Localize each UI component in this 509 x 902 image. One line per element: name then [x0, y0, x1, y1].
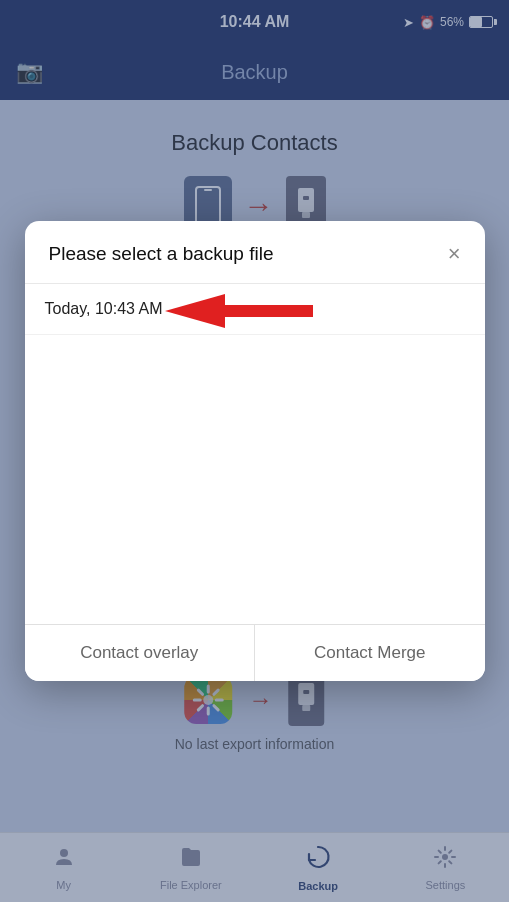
- modal-overlay: Please select a backup file × Today, 10:…: [0, 0, 509, 902]
- svg-marker-13: [165, 294, 225, 328]
- contact-merge-button[interactable]: Contact Merge: [255, 625, 485, 681]
- contact-overlay-button[interactable]: Contact overlay: [25, 625, 256, 681]
- modal-dialog: Please select a backup file × Today, 10:…: [25, 221, 485, 681]
- modal-title: Please select a backup file: [49, 243, 274, 265]
- file-list-item[interactable]: Today, 10:43 AM: [25, 284, 485, 335]
- modal-header: Please select a backup file ×: [25, 221, 485, 284]
- file-item-label: Today, 10:43 AM: [45, 300, 163, 318]
- red-arrow-annotation: [165, 292, 325, 330]
- modal-footer: Contact overlay Contact Merge: [25, 624, 485, 681]
- svg-rect-12: [225, 305, 313, 317]
- modal-close-button[interactable]: ×: [448, 243, 461, 265]
- modal-body: Today, 10:43 AM: [25, 284, 485, 624]
